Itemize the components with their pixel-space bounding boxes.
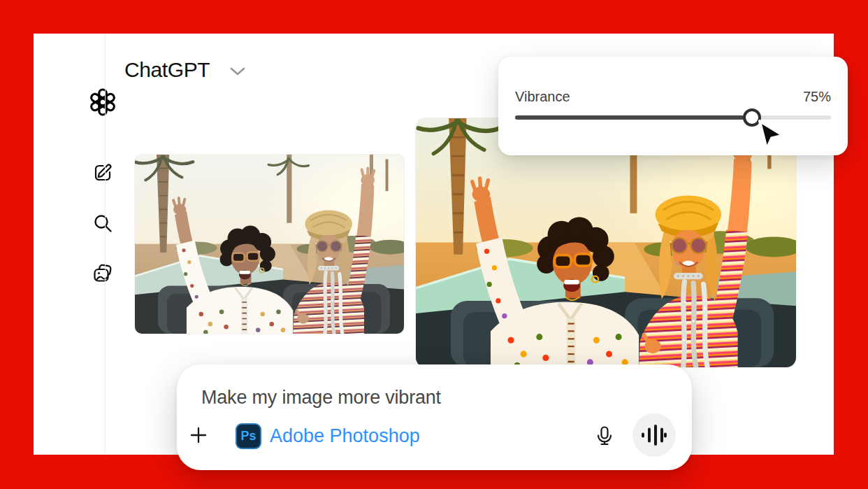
composer-card[interactable]: Make my image more vibrant Ps Adobe Phot… [177, 364, 692, 470]
voice-mode-button[interactable] [632, 413, 676, 457]
attach-button[interactable] [189, 425, 208, 445]
search-icon [92, 213, 113, 234]
photo-after[interactable] [416, 118, 796, 367]
library-icon [92, 263, 113, 284]
red-frame: ChatGPT Vibrance 75% Make my image more … [0, 0, 868, 489]
vibrance-slider-thumb[interactable] [743, 108, 761, 127]
dictate-button[interactable] [593, 425, 616, 447]
sidebar-item-search[interactable] [89, 209, 117, 237]
chevron-down-icon[interactable] [230, 66, 245, 76]
photo-before[interactable] [135, 155, 404, 334]
microphone-icon [593, 425, 616, 447]
vibrance-slider-fill [515, 115, 752, 120]
vibrance-label: Vibrance [515, 89, 570, 105]
photoshop-app-icon[interactable]: Ps [236, 423, 261, 449]
voice-waveform-icon [640, 423, 668, 448]
page-title[interactable]: ChatGPT [124, 57, 210, 83]
sidebar-item-new-chat[interactable] [89, 158, 117, 186]
prompt-text[interactable]: Make my image more vibrant [201, 387, 441, 409]
sidebar-divider [105, 34, 106, 455]
vibrance-slider[interactable] [515, 115, 831, 120]
sidebar-item-library[interactable] [89, 260, 117, 288]
plus-icon [189, 425, 208, 445]
vibrance-value: 75% [803, 89, 831, 105]
ps-badge-text: Ps [240, 429, 256, 444]
openai-logo[interactable] [89, 88, 117, 116]
photoshop-app-name[interactable]: Adobe Photoshop [270, 425, 420, 447]
vibrance-popup: Vibrance 75% [498, 57, 848, 155]
compose-icon [92, 162, 113, 183]
